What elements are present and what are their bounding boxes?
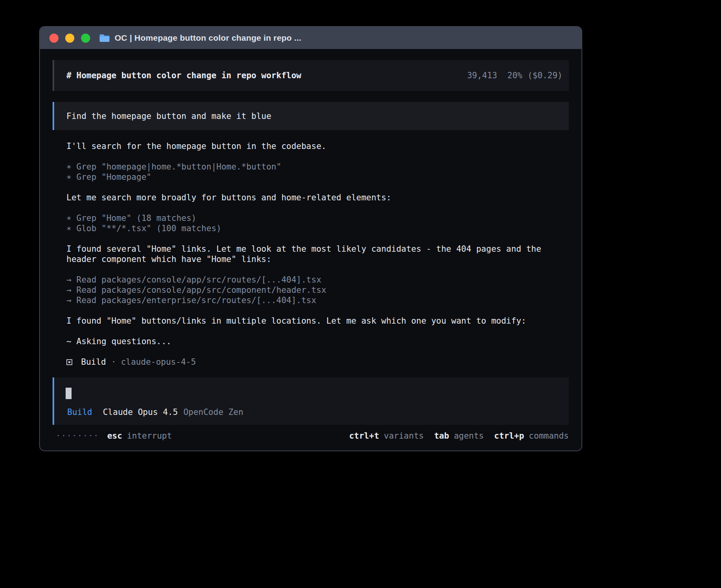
tool-call-line: ∗ Grep "homepage|home.*button|Home.*butt… xyxy=(66,162,557,172)
assistant-message: I'll search for the homepage button in t… xyxy=(66,141,557,151)
shortcut-hints: ctrl+t variants tab agents ctrl+p comman… xyxy=(349,431,569,441)
tool-call-group: ∗ Grep "Home" (18 matches) ∗ Glob "**/*.… xyxy=(66,213,557,234)
folder-icon xyxy=(99,34,110,42)
close-window-button[interactable] xyxy=(49,34,59,43)
window-title: OC | Homepage button color change in rep… xyxy=(115,33,301,43)
context-percent: 20% xyxy=(508,71,523,80)
terminal-content: # Homepage button color change in repo w… xyxy=(40,49,581,441)
ctrl-p-key-action: commands xyxy=(529,431,569,441)
assistant-message: I found several "Home" links. Let me loo… xyxy=(66,244,557,264)
assistant-message: Let me search more broadly for buttons a… xyxy=(66,192,557,203)
agent-model-label: claude-opus-4-5 xyxy=(121,357,196,367)
tool-call-group: ∗ Grep "homepage|home.*button|Home.*butt… xyxy=(66,162,557,182)
tool-call-line: ∗ Grep "Home" (18 matches) xyxy=(66,213,557,223)
tool-call-line: → Read packages/console/app/src/routes/[… xyxy=(66,275,557,285)
window-titlebar[interactable]: OC | Homepage button color change in rep… xyxy=(40,27,581,49)
traffic-lights xyxy=(49,34,90,43)
tool-call-group: → Read packages/console/app/src/routes/[… xyxy=(66,275,557,305)
ctrl-t-key-action: variants xyxy=(384,431,424,441)
ctrl-t-key-hint: ctrl+t xyxy=(349,431,379,441)
tab-key-hint: tab xyxy=(434,431,449,441)
fullscreen-window-button[interactable] xyxy=(81,34,90,43)
minimize-window-button[interactable] xyxy=(65,34,74,43)
agent-status-line: Build · claude-opus-4-5 xyxy=(66,357,557,367)
model-label[interactable]: Claude Opus 4.5 xyxy=(103,407,178,417)
shortcut-agents: tab agents xyxy=(434,431,484,441)
prompt-input[interactable]: Build Claude Opus 4.5 OpenCode Zen xyxy=(53,377,569,425)
terminal-window: OC | Homepage button color change in rep… xyxy=(39,26,582,451)
esc-key-action: interrupt xyxy=(127,431,172,441)
tab-key-action: agents xyxy=(454,431,484,441)
ctrl-p-key-hint: ctrl+p xyxy=(494,431,524,441)
status-bar: ········ esc interrupt ctrl+t variants t… xyxy=(53,431,569,441)
session-cost: ($0.29) xyxy=(527,71,562,80)
shortcut-variants: ctrl+t variants xyxy=(349,431,424,441)
conversation-transcript: I'll search for the homepage button in t… xyxy=(66,141,557,367)
agent-mode-label[interactable]: Build xyxy=(67,407,92,417)
assistant-message: I found "Home" buttons/links in multiple… xyxy=(66,316,557,326)
agent-name: Build xyxy=(81,357,106,367)
spinner-dots: ········ xyxy=(56,431,99,441)
session-title: # Homepage button color change in repo w… xyxy=(66,71,301,80)
user-message-text: Find the homepage button and make it blu… xyxy=(66,111,271,121)
token-count: 39,413 xyxy=(467,71,497,80)
session-stats: 39,413 20% ($0.29) xyxy=(467,71,562,80)
input-meta-row: Build Claude Opus 4.5 OpenCode Zen xyxy=(67,407,243,417)
session-header: # Homepage button color change in repo w… xyxy=(53,60,569,91)
agent-separator: · xyxy=(111,357,116,367)
tool-call-line: ∗ Glob "**/*.tsx" (100 matches) xyxy=(66,223,557,234)
tool-call-line: → Read packages/enterprise/src/routes/[.… xyxy=(66,295,557,305)
tool-call-line: → Read packages/console/app/src/componen… xyxy=(66,285,557,295)
user-message: Find the homepage button and make it blu… xyxy=(53,102,569,130)
provider-label: OpenCode Zen xyxy=(183,407,243,417)
shortcut-commands: ctrl+p commands xyxy=(494,431,569,441)
tool-call-line: ∗ Grep "Homepage" xyxy=(66,172,557,182)
text-cursor xyxy=(66,388,72,399)
working-status-line: ~ Asking questions... xyxy=(66,336,557,347)
agent-icon xyxy=(66,359,72,365)
esc-key-hint: esc xyxy=(107,431,122,441)
